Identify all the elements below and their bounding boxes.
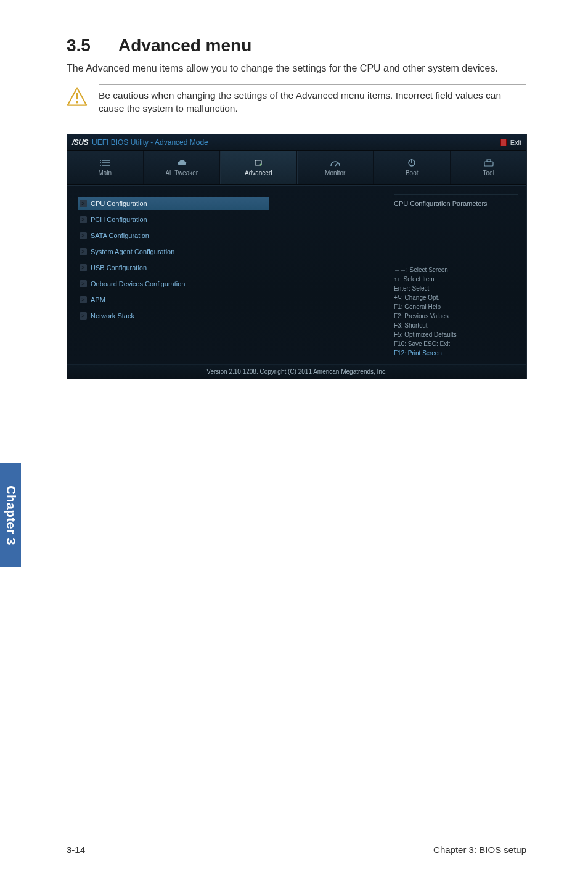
tab-label: Tool [483, 170, 494, 176]
menu-item-label: APM [91, 296, 105, 303]
tab-label: Main [98, 170, 112, 176]
tab-monitor[interactable]: Monitor [297, 151, 374, 184]
caution-icon [67, 84, 89, 110]
page-footer-title: Chapter 3: BIOS setup [433, 844, 526, 855]
svg-point-10 [260, 164, 262, 166]
gauge-icon [330, 159, 341, 167]
section-title: Advanced menu [118, 36, 251, 55]
chevron-right-icon: > [80, 312, 87, 320]
exit-label: Exit [510, 139, 521, 146]
svg-point-2 [76, 101, 78, 103]
chevron-right-icon: > [80, 264, 87, 271]
menu-item-onboard-devices-configuration[interactable]: > Onboard Devices Configuration [78, 277, 378, 291]
bios-menu-list: > CPU Configuration > PCH Configuration … [67, 186, 385, 364]
section-heading: 3.5Advanced menu [67, 36, 526, 56]
menu-item-system-agent-configuration[interactable]: > System Agent Configuration [78, 245, 378, 258]
menu-item-label: Onboard Devices Configuration [91, 280, 185, 287]
menu-item-label: Network Stack [91, 312, 134, 320]
menu-item-usb-configuration[interactable]: > USB Configuration [78, 261, 378, 274]
chevron-right-icon: > [80, 248, 87, 255]
svg-rect-14 [484, 162, 493, 166]
page-number: 3-14 [67, 844, 85, 855]
bios-title: UEFI BIOS Utility - Advanced Mode [92, 138, 208, 147]
tab-advanced[interactable]: Advanced [220, 151, 297, 184]
bios-window: /SUS UEFI BIOS Utility - Advanced Mode E… [67, 134, 527, 379]
chevron-right-icon: > [80, 200, 87, 207]
intro-text: The Advanced menu items allow you to cha… [67, 62, 526, 75]
menu-item-label: SATA Configuration [91, 232, 149, 239]
tab-label: Boot [406, 170, 419, 176]
menu-item-label: CPU Configuration [91, 200, 147, 207]
menu-item-apm[interactable]: > APM [78, 293, 378, 307]
section-number: 3.5 [67, 36, 118, 56]
menu-item-label: PCH Configuration [91, 216, 147, 223]
menu-item-cpu-configuration[interactable]: > CPU Configuration [78, 197, 269, 210]
exit-icon [500, 139, 507, 146]
chip-icon [253, 159, 264, 167]
bios-logo: /SUS [72, 138, 88, 147]
menu-item-label: USB Configuration [91, 264, 147, 271]
svg-line-11 [335, 163, 338, 166]
tab-label: AiTweaker [165, 170, 198, 176]
toolbox-icon [483, 159, 494, 167]
tab-ai-tweaker[interactable]: AiTweaker [144, 151, 221, 184]
bios-footer: Version 2.10.1208. Copyright (C) 2011 Am… [67, 364, 526, 379]
chevron-right-icon: > [80, 280, 87, 287]
menu-item-pch-configuration[interactable]: > PCH Configuration [78, 213, 378, 226]
bios-help-pane: CPU Configuration Parameters →←: Select … [385, 186, 526, 364]
tab-label: Monitor [325, 170, 345, 176]
tab-boot[interactable]: Boot [374, 151, 451, 184]
tab-label: Advanced [245, 170, 272, 176]
page-footer: 3-14 Chapter 3: BIOS setup [0, 844, 588, 855]
chapter-side-tab: Chapter 3 [0, 463, 21, 567]
chapter-side-label: Chapter 3 [4, 485, 18, 545]
list-icon [99, 159, 110, 167]
bios-tabs: Main AiTweaker Advanced Monitor [67, 151, 526, 185]
chevron-right-icon: > [80, 216, 87, 223]
menu-item-label: System Agent Configuration [91, 248, 174, 255]
bios-titlebar: /SUS UEFI BIOS Utility - Advanced Mode E… [67, 134, 526, 151]
menu-item-network-stack[interactable]: > Network Stack [78, 309, 378, 323]
menu-item-sata-configuration[interactable]: > SATA Configuration [78, 229, 378, 242]
chevron-right-icon: > [80, 232, 87, 239]
chevron-right-icon: > [80, 296, 87, 303]
exit-button[interactable]: Exit [500, 139, 521, 146]
svg-rect-1 [76, 93, 78, 99]
tab-tool[interactable]: Tool [451, 151, 527, 184]
power-icon [406, 159, 417, 167]
cloud-icon [176, 159, 187, 167]
caution-note: Be cautious when changing the settings o… [67, 84, 526, 121]
help-pane-title: CPU Configuration Parameters [394, 194, 518, 212]
caution-text: Be cautious when changing the settings o… [99, 84, 526, 121]
svg-rect-15 [487, 160, 491, 162]
tab-main[interactable]: Main [67, 151, 144, 184]
key-hints: →←: Select Screen ↑↓: Select Item Enter:… [394, 260, 518, 358]
